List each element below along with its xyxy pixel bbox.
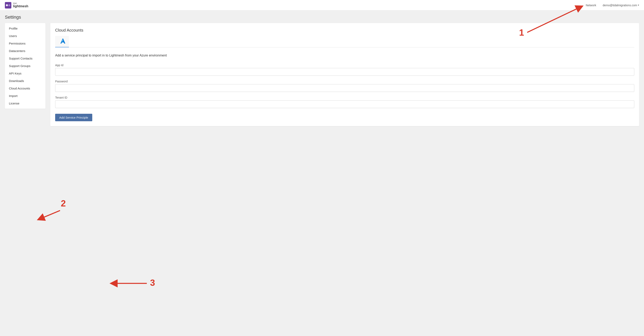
app-id-label: App Id [55,64,634,67]
svg-text:3: 3 [150,278,155,288]
password-label: Password [55,80,634,83]
sidebar-item-users[interactable]: Users [5,32,46,40]
sidebar-item-datacenters[interactable]: Datacenters [5,47,46,55]
svg-text:2: 2 [61,198,66,208]
user-menu[interactable]: demo@tidalmigrations.com [603,4,639,7]
logo-text: tidal lightmesh [13,2,28,8]
cloud-accounts-title: Cloud Accounts [55,28,634,33]
sidebar-item-profile[interactable]: Profile [5,25,46,32]
sidebar-item-downloads[interactable]: Downloads [5,77,46,85]
main-layout: Profile Users Permissions Datacenters Su… [0,23,644,131]
svg-line-5 [40,210,60,219]
sidebar: Profile Users Permissions Datacenters Su… [5,23,46,109]
svg-point-2 [8,4,10,6]
logo[interactable]: tidal lightmesh [5,2,28,8]
logo-lightmesh: lightmesh [13,4,28,8]
azure-tab[interactable] [55,36,69,47]
sidebar-item-cloud-accounts[interactable]: Cloud Accounts [5,85,46,92]
tidal-logo-icon [5,2,11,8]
main-content: Cloud Accounts Add a service principal t… [50,23,639,126]
page-header: Settings [0,10,644,23]
azure-icon [58,37,66,45]
top-navigation: tidal lightmesh Network demo@tidalmigrat… [0,0,644,10]
sidebar-item-api-keys[interactable]: API Keys [5,70,46,77]
cloud-tabs [55,36,634,47]
sidebar-item-support-groups[interactable]: Support Groups [5,62,46,70]
svg-rect-0 [5,2,11,8]
page-title: Settings [5,14,639,20]
topnav-right: Network demo@tidalmigrations.com [586,4,639,7]
sidebar-item-permissions[interactable]: Permissions [5,40,46,47]
service-principal-description: Add a service principal to import in to … [55,53,634,58]
logo-tidal: tidal [13,2,28,4]
tenant-id-group: Tenant ID [55,96,634,108]
app-id-group: App Id [55,64,634,76]
tenant-id-label: Tenant ID [55,96,634,99]
service-principal-form: App Id Password Tenant ID Add Service Pr… [55,64,634,121]
password-input[interactable] [55,84,634,92]
tenant-id-input[interactable] [55,100,634,108]
password-group: Password [55,80,634,92]
network-link[interactable]: Network [586,4,596,7]
app-id-input[interactable] [55,68,634,76]
svg-point-1 [6,4,8,6]
add-service-principle-button[interactable]: Add Service Principle [55,114,92,121]
sidebar-item-import[interactable]: Import [5,92,46,100]
sidebar-item-license[interactable]: License [5,100,46,107]
sidebar-item-support-contacts[interactable]: Support Contacts [5,55,46,62]
